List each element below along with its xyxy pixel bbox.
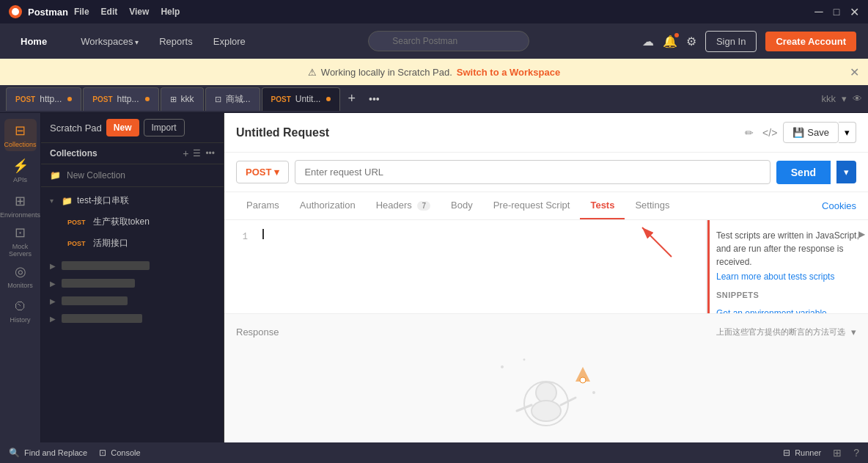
banner-link[interactable]: Switch to a Workspace bbox=[457, 67, 560, 78]
svg-point-9 bbox=[501, 365, 504, 368]
new-collection-item[interactable]: 📁 New Collection bbox=[41, 164, 224, 187]
tab-tests[interactable]: Tests bbox=[580, 192, 625, 219]
runner-item[interactable]: ⊟ Runner bbox=[783, 447, 821, 459]
menu-help[interactable]: Help bbox=[161, 7, 180, 17]
save-label: Save bbox=[807, 127, 829, 138]
sign-in-button[interactable]: Sign In bbox=[705, 31, 757, 52]
request-body: 1 ▶ Test scripts are written in JavaScri… bbox=[224, 220, 868, 313]
search-bar: 🔍 bbox=[256, 31, 642, 51]
tab-dot-2 bbox=[145, 97, 150, 101]
create-account-button[interactable]: Create Account bbox=[765, 32, 856, 51]
tab-params[interactable]: Params bbox=[236, 192, 290, 219]
send-button[interactable]: Send bbox=[776, 161, 831, 184]
tab-view-icon[interactable]: 👁 bbox=[853, 93, 862, 104]
sub-item-token[interactable]: POST 生产获取token bbox=[41, 211, 224, 233]
tab-4[interactable]: ⊡ 商城... bbox=[205, 87, 260, 111]
sidebar-icon-collections[interactable]: ⊟ Collections bbox=[4, 119, 37, 151]
tab-settings[interactable]: Settings bbox=[625, 192, 680, 219]
blurred-item-4[interactable]: ▶ bbox=[41, 310, 224, 327]
apis-icon: ⚡ bbox=[12, 158, 29, 174]
sidebar-icon-history[interactable]: ⏲ History bbox=[4, 295, 37, 327]
sidebar-icon-environments[interactable]: ⊞ Environments bbox=[4, 189, 37, 222]
url-input[interactable] bbox=[295, 160, 770, 184]
add-collection-button[interactable]: + bbox=[183, 147, 188, 159]
blurred-label-4 bbox=[62, 314, 142, 323]
cookies-link[interactable]: Cookies bbox=[822, 200, 856, 211]
response-collapse-button[interactable]: ▾ bbox=[851, 327, 856, 338]
menu-file[interactable]: File bbox=[74, 7, 89, 17]
tab-5[interactable]: POST Untit... bbox=[262, 87, 341, 111]
more-options-button[interactable]: ••• bbox=[205, 148, 215, 158]
method-select[interactable]: POST ▾ bbox=[236, 161, 289, 183]
tab-pre-request[interactable]: Pre-request Script bbox=[483, 192, 581, 219]
learn-link[interactable]: Learn more about tests scripts bbox=[716, 271, 834, 282]
tab-more-button[interactable]: ••• bbox=[363, 93, 386, 105]
blurred-item-1[interactable]: ▶ bbox=[41, 257, 224, 274]
monitors-icon: ◎ bbox=[15, 263, 26, 280]
tab-2[interactable]: POST http... bbox=[83, 87, 158, 111]
tab-3[interactable]: ⊞ kkk bbox=[161, 87, 204, 111]
sidebar-icon-mock-servers[interactable]: ⊡ Mock Servers bbox=[4, 225, 37, 257]
find-replace-item[interactable]: 🔍 Find and Replace bbox=[9, 448, 87, 458]
save-button[interactable]: 💾 Save bbox=[783, 122, 839, 143]
tab-dropdown-icon[interactable]: ▾ bbox=[842, 93, 847, 104]
minimize-button[interactable]: ─ bbox=[814, 7, 824, 17]
headers-badge: 7 bbox=[417, 201, 430, 211]
save-arrow-button[interactable]: ▾ bbox=[839, 122, 856, 143]
expand-snippets-button[interactable]: ▶ bbox=[858, 229, 865, 239]
top-nav: Home Workspaces Reports Explore 🔍 ☁ 🔔 ⚙ … bbox=[0, 23, 868, 59]
collection-item-test[interactable]: ▾ 📁 test-接口串联 bbox=[41, 190, 224, 211]
layout-icon[interactable]: ⊞ bbox=[833, 447, 842, 459]
console-icon: ⊡ bbox=[99, 448, 106, 458]
tab-dot-5 bbox=[326, 97, 331, 101]
sidebar-icon-apis[interactable]: ⚡ APIs bbox=[4, 154, 37, 186]
nav-right: ☁ 🔔 ⚙ Sign In Create Account bbox=[642, 31, 856, 52]
filter-button[interactable]: ☰ bbox=[193, 148, 201, 158]
snippet-env-var[interactable]: Get an environment variable bbox=[716, 305, 859, 313]
blurred-item-3[interactable]: ▶ bbox=[41, 292, 224, 310]
panel-actions: New Import bbox=[106, 119, 185, 136]
import-button[interactable]: Import bbox=[144, 119, 185, 136]
search-input[interactable] bbox=[368, 31, 529, 51]
new-collection-label: New Collection bbox=[67, 170, 125, 181]
code-icon[interactable]: </> bbox=[762, 127, 777, 139]
pencil-icon[interactable]: ✏ bbox=[745, 127, 754, 139]
tab-authorization[interactable]: Authorization bbox=[290, 192, 366, 219]
collections-icon: ⊟ bbox=[15, 123, 26, 139]
close-button[interactable]: ✕ bbox=[849, 7, 859, 17]
maximize-button[interactable]: □ bbox=[831, 7, 842, 17]
blurred-item-2[interactable]: ▶ bbox=[41, 274, 224, 292]
expand-icon: ▾ bbox=[50, 197, 57, 205]
collection-folder-icon: 📁 bbox=[62, 196, 73, 206]
banner-close-button[interactable]: ✕ bbox=[850, 65, 859, 79]
console-label: Console bbox=[111, 448, 140, 457]
tab-method-1: POST bbox=[15, 95, 35, 103]
blurred-label-3 bbox=[62, 296, 128, 305]
tab-headers[interactable]: Headers 7 bbox=[366, 192, 441, 219]
sub-item-huoqi[interactable]: POST 活期接口 bbox=[41, 233, 224, 254]
response-body bbox=[224, 350, 868, 443]
console-item[interactable]: ⊡ Console bbox=[99, 448, 140, 458]
nav-explore[interactable]: Explore bbox=[203, 30, 256, 53]
settings-icon[interactable]: ⚙ bbox=[686, 34, 696, 48]
chevron-2: ▶ bbox=[50, 280, 57, 288]
cloud-icon[interactable]: ☁ bbox=[642, 34, 654, 48]
tab-body[interactable]: Body bbox=[441, 192, 483, 219]
sidebar-icon-monitors[interactable]: ◎ Monitors bbox=[4, 260, 37, 292]
menu-edit[interactable]: Edit bbox=[101, 7, 118, 17]
nav-workspaces[interactable]: Workspaces bbox=[70, 30, 149, 53]
new-button[interactable]: New bbox=[106, 119, 139, 136]
tab-add-button[interactable]: + bbox=[342, 91, 361, 106]
tab-label-3: kkk bbox=[181, 94, 194, 104]
send-arrow-button[interactable]: ▾ bbox=[836, 161, 856, 183]
tab-1[interactable]: POST http... bbox=[6, 87, 81, 111]
help-icon[interactable]: ? bbox=[853, 447, 859, 459]
nav-reports[interactable]: Reports bbox=[149, 30, 203, 53]
notification-icon[interactable]: 🔔 bbox=[663, 34, 677, 48]
code-editor[interactable]: 1 bbox=[224, 220, 707, 313]
history-label: History bbox=[10, 316, 30, 324]
request-header: Untitled Request ✏ </> 💾 Save ▾ bbox=[224, 113, 868, 153]
menu-view[interactable]: View bbox=[129, 7, 149, 17]
svg-point-10 bbox=[523, 358, 526, 360]
nav-home[interactable]: Home bbox=[12, 30, 56, 53]
